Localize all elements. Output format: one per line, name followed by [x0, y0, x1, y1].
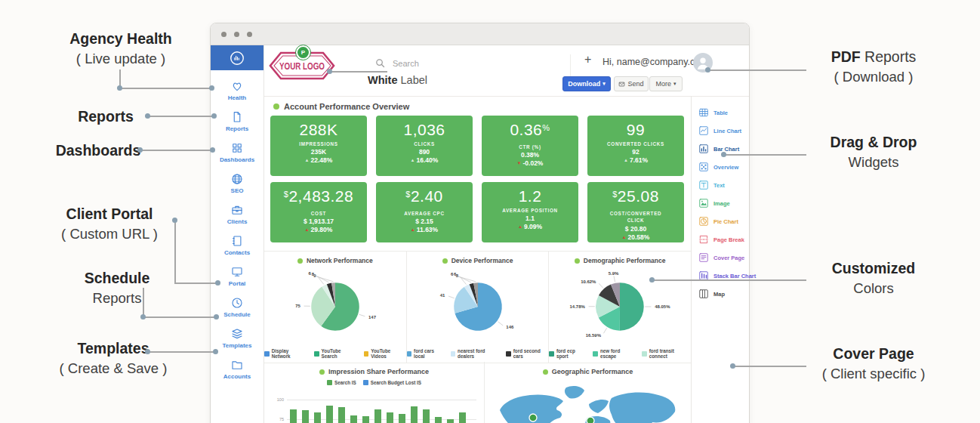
svg-text:5.9%: 5.9% [609, 271, 619, 276]
green-dot-icon [442, 258, 448, 264]
green-dot-icon [543, 369, 548, 375]
page: Agency Health ( Live update ) Reports Da… [0, 0, 980, 423]
connector-line [652, 279, 806, 281]
sidebar-item-label: SEO [231, 187, 244, 194]
user-greeting[interactable]: Hi, name@company.com [602, 57, 708, 67]
connector-dot [137, 147, 143, 153]
app-logo[interactable] [211, 45, 263, 70]
metric-card-cost-converted-click: $25.08COST/CONVERTED CLICK$ 20.80▲20.58% [587, 182, 684, 242]
widget-item-stack-bar-chart[interactable]: Stack Bar Chart [692, 267, 749, 285]
bar [411, 406, 418, 423]
search-input[interactable]: Search [393, 59, 419, 68]
legend-item: Display Network [264, 348, 307, 359]
connector-dot [209, 85, 214, 91]
widget-sidebar: TableLine ChartBar ChartOverviewTextImag… [691, 96, 749, 423]
metric-previous: 235K [270, 148, 367, 156]
sidebar-item-clients[interactable]: Clients [211, 199, 263, 230]
green-dot-icon [297, 258, 303, 264]
sidebar-item-templates[interactable]: Templates [211, 323, 263, 354]
world-map [493, 381, 683, 423]
metric-change: ▲7.61% [587, 156, 684, 164]
bar [302, 410, 309, 423]
annotation-schedule: Schedule Reports [53, 270, 181, 307]
widget-item-line-chart[interactable]: Line Chart [692, 122, 749, 140]
sidebar-item-portal[interactable]: Portal [211, 261, 263, 292]
chart-legend: ford cars localnearest ford dealersford … [407, 348, 549, 359]
widget-item-image[interactable]: Image [692, 194, 749, 212]
legend-swatch [264, 351, 270, 357]
add-button[interactable]: + [584, 53, 591, 66]
metric-label: AVERAGE POSITION [498, 207, 562, 214]
panel-impression-share: Impression Share Performance Search ISSe… [264, 362, 485, 423]
svg-text:75: 75 [295, 304, 300, 308]
annotation-subtitle: ( Download ) [809, 68, 938, 85]
widget-item-label: Text [713, 182, 725, 189]
map-marker[interactable] [529, 414, 537, 421]
widget-item-cover-page[interactable]: Cover Page [692, 249, 749, 267]
window-control-dot[interactable] [234, 32, 239, 37]
metric-card-average-cpc: $2.40AVERAGE CPC$ 2.15▲11.63% [376, 182, 473, 242]
green-dot-icon [575, 258, 580, 264]
widget-item-pie-chart[interactable]: Pie Chart [692, 212, 749, 230]
logo-text: YOUR LOGO [279, 61, 325, 72]
widget-item-page-break[interactable]: Page Break [692, 230, 749, 249]
widget-item-label: Bar Chart [713, 146, 739, 153]
sidebar-item-contacts[interactable]: Contacts [211, 230, 263, 261]
metric-value: 1,036 [376, 121, 473, 138]
widget-item-text[interactable]: Text [692, 176, 749, 194]
metric-card-converted-clicks: 99CONVERTED CLICKS92▲7.61% [587, 116, 684, 176]
send-button[interactable]: Send [614, 76, 649, 91]
widget-item-label: Line Chart [713, 128, 741, 134]
metric-label: COST [286, 210, 351, 217]
arrow-up-icon: ▲ [622, 235, 627, 239]
arrow-up-icon: ▲ [305, 227, 310, 232]
metric-previous: $ 1,913.17 [270, 218, 367, 225]
sidebar-item-label: Portal [229, 280, 246, 287]
legend-item: ford cars local [407, 348, 444, 359]
sidebar-item-reports[interactable]: Reports [211, 106, 263, 137]
gridline [287, 400, 476, 400]
sidebar-item-seo[interactable]: SEO [211, 168, 263, 199]
svg-text:41: 41 [439, 293, 445, 298]
bar [435, 417, 442, 423]
metric-value: 99 [587, 121, 684, 138]
annotation-subtitle: Reports [53, 289, 181, 307]
arrow-up-icon: ▲ [305, 158, 310, 162]
metric-label: IMPRESSIONS [286, 140, 351, 147]
monitor-icon [230, 265, 244, 279]
legend-item: ford second cars [506, 348, 548, 359]
metric-previous: 92 [587, 148, 684, 156]
widget-item-label: Overview [713, 164, 738, 171]
annotation-title: Schedule [53, 270, 181, 287]
panel-title: Account Performance Overview [284, 102, 409, 111]
widget-item-map[interactable]: Map [692, 285, 749, 303]
bar [374, 409, 381, 423]
bottom-panels-row: Impression Share Performance Search ISSe… [264, 362, 691, 423]
arrow-up-icon: ▲ [518, 224, 522, 229]
sidebar-item-accounts[interactable]: Accounts [211, 354, 263, 384]
window-control-dot[interactable] [247, 32, 252, 37]
window-control-dot[interactable] [221, 32, 227, 37]
legend-item: nearest ford dealers [451, 348, 500, 359]
connector-dot [210, 147, 215, 153]
legend-item: YouTube Search [314, 348, 357, 359]
metric-label: CTR (%) [498, 144, 562, 150]
widget-item-table[interactable]: Table [692, 103, 749, 122]
panel-title: Impression Share Performance [328, 368, 429, 375]
line-chart-widget-icon [698, 125, 709, 136]
more-button[interactable]: More▾ [649, 76, 683, 91]
panel-device-performance: Device Performance 14641866 ford cars lo… [406, 252, 549, 363]
bar [362, 416, 369, 423]
metric-change: ▲9.09% [482, 223, 578, 230]
caret-down-icon: ▾ [673, 81, 676, 87]
sidebar-item-health[interactable]: Health [211, 75, 263, 106]
clock-icon [230, 296, 244, 310]
metric-label: COST/CONVERTED CLICK [603, 210, 668, 224]
map-marker[interactable] [587, 417, 594, 423]
sidebar-item-label: Health [228, 94, 246, 101]
sidebar-item-label: Schedule [223, 311, 251, 318]
sidebar-item-dashboards[interactable]: Dashboards [211, 137, 263, 168]
download-button[interactable]: Download▾ [562, 76, 611, 91]
metric-change: ▲29.80% [270, 226, 367, 233]
widget-item-overview[interactable]: Overview [692, 158, 749, 176]
